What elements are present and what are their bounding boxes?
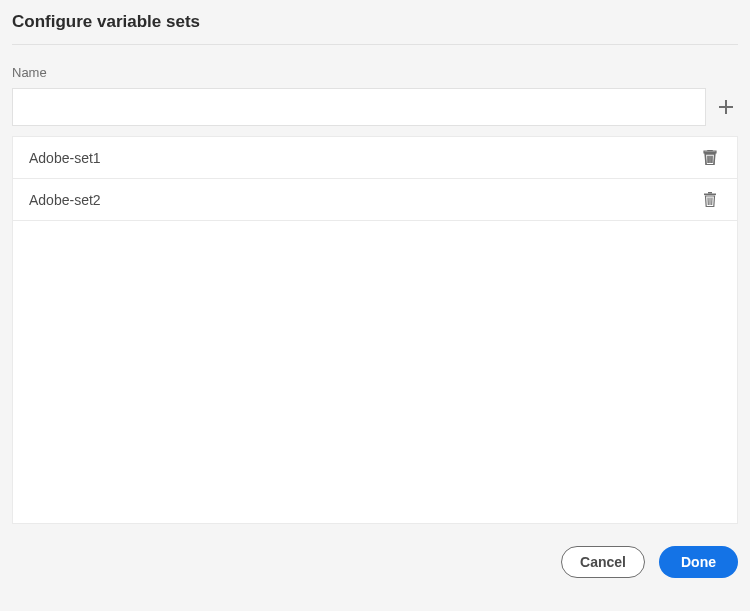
- trash-icon: [703, 150, 717, 165]
- list-item[interactable]: Adobe-set1: [13, 137, 737, 179]
- divider: [12, 44, 738, 45]
- svg-rect-1: [708, 150, 712, 152]
- svg-rect-0: [704, 152, 716, 154]
- add-button[interactable]: [714, 95, 738, 119]
- input-row: [12, 88, 738, 126]
- done-button[interactable]: Done: [659, 546, 738, 578]
- trash-icon: [703, 192, 717, 207]
- list-item-label: Adobe-set2: [29, 192, 101, 208]
- svg-rect-6: [708, 192, 712, 194]
- list-item-label: Adobe-set1: [29, 150, 101, 166]
- variable-set-list: Adobe-set1 Adobe-set2: [12, 136, 738, 524]
- delete-button[interactable]: [699, 188, 721, 211]
- plus-icon: [719, 100, 733, 114]
- cancel-button[interactable]: Cancel: [561, 546, 645, 578]
- svg-rect-5: [704, 194, 716, 196]
- dialog-footer: Cancel Done: [0, 524, 750, 590]
- list-item[interactable]: Adobe-set2: [13, 179, 737, 221]
- name-label: Name: [12, 65, 738, 80]
- delete-button[interactable]: [699, 146, 721, 169]
- name-input[interactable]: [12, 88, 706, 126]
- dialog-title: Configure variable sets: [12, 12, 738, 32]
